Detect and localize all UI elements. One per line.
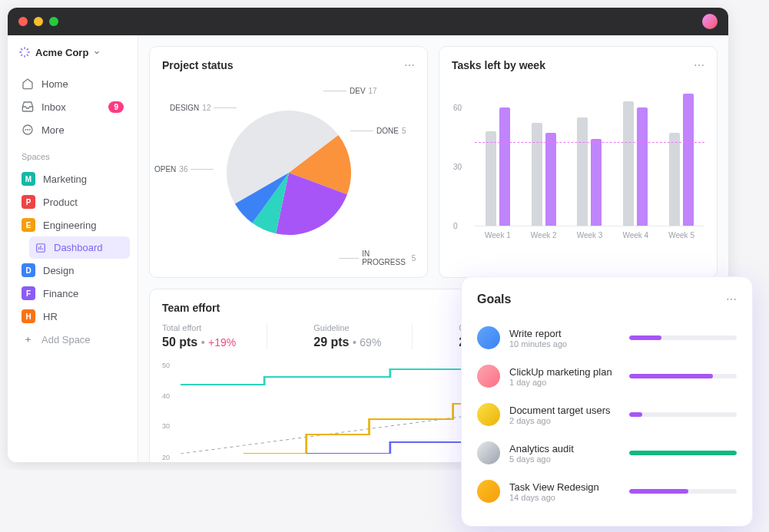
card-title: Tasks left by week <box>452 59 545 71</box>
home-icon <box>22 78 34 90</box>
pie-chart: OPEN 36DESIGN 12DEV 17DONE 5IN PROGRESS … <box>162 81 415 265</box>
stat-value: 29 pts <box>313 335 349 349</box>
minimize-icon[interactable] <box>34 17 43 26</box>
pie-label: IN PROGRESS 5 <box>339 249 416 266</box>
goal-item[interactable]: ClickUp marketing plan1 day ago <box>477 357 737 395</box>
goal-time: 10 minutes ago <box>509 339 620 349</box>
goal-name: Document target users <box>509 405 620 416</box>
goal-time: 5 days ago <box>509 454 620 464</box>
sidebar-space-marketing[interactable]: MMarketing <box>15 167 130 190</box>
space-icon: M <box>22 172 35 186</box>
inbox-icon <box>22 101 34 113</box>
goal-avatar <box>477 326 500 349</box>
card-menu-icon[interactable]: ⋯ <box>694 59 704 71</box>
sidebar-space-engineering[interactable]: EEngineering <box>15 213 130 236</box>
svg-point-3 <box>29 130 30 131</box>
nav-label: Home <box>41 78 68 90</box>
user-avatar[interactable] <box>702 14 718 29</box>
project-status-card: Project status ⋯ OPEN 36DESIGN 12DEV 17D… <box>149 46 428 278</box>
card-menu-icon[interactable]: ⋯ <box>404 59 415 71</box>
card-title: Project status <box>162 59 234 71</box>
x-label: Week 2 <box>531 231 557 240</box>
bar <box>637 107 648 226</box>
stat-total: Total effort 50 pts • +19% <box>162 323 267 349</box>
bar-group <box>577 117 602 226</box>
card-title: Team effort <box>162 302 220 314</box>
space-label: Design <box>43 265 74 276</box>
sidebar-dashboard[interactable]: Dashboard <box>29 236 130 259</box>
sidebar-space-finance[interactable]: FFinance <box>15 282 130 305</box>
chevron-down-icon <box>93 48 101 56</box>
goal-time: 2 days ago <box>509 416 620 425</box>
stat-value: 50 pts <box>162 335 197 349</box>
nav-inbox[interactable]: Inbox 9 <box>15 95 130 118</box>
goal-item[interactable]: Write report10 minutes ago <box>477 319 737 357</box>
window-controls <box>18 17 58 26</box>
goals-title: Goals <box>477 292 511 306</box>
org-name: Acme Corp <box>35 47 88 58</box>
plus-icon: ＋ <box>22 333 34 345</box>
space-icon: E <box>22 218 35 232</box>
maximize-icon[interactable] <box>49 17 58 26</box>
nav-home[interactable]: Home <box>15 72 130 95</box>
bar-group <box>669 94 694 226</box>
space-label: Finance <box>43 288 78 299</box>
y-tick: 30 <box>162 422 170 430</box>
bar-chart: 03060 Week 1Week 2Week 3Week 4Week 5 <box>452 81 704 265</box>
y-tick: 40 <box>162 392 170 400</box>
bar <box>486 131 496 226</box>
y-tick: 0 <box>453 222 458 230</box>
add-space-label: Add Space <box>41 334 91 345</box>
add-space-button[interactable]: ＋ Add Space <box>15 328 130 351</box>
space-label: Marketing <box>43 173 87 185</box>
goal-avatar <box>477 441 500 464</box>
bar <box>532 123 542 226</box>
space-icon: D <box>22 263 35 277</box>
sidebar-space-hr[interactable]: HHR <box>15 305 130 328</box>
y-tick: 60 <box>453 104 462 112</box>
sidebar-space-design[interactable]: DDesign <box>15 259 130 282</box>
org-selector[interactable]: Acme Corp <box>15 46 130 58</box>
bar <box>669 133 680 226</box>
y-tick: 50 <box>162 362 170 369</box>
spaces-section-label: Spaces <box>15 141 130 167</box>
nav-label: Inbox <box>41 101 66 113</box>
space-label: HR <box>43 311 58 322</box>
inbox-badge: 9 <box>108 101 124 113</box>
x-label: Week 5 <box>668 231 694 240</box>
x-label: Week 4 <box>622 231 648 240</box>
close-icon[interactable] <box>18 17 28 26</box>
space-icon: P <box>22 195 35 209</box>
dashboard-label: Dashboard <box>54 242 103 253</box>
svg-point-2 <box>28 130 28 131</box>
goal-item[interactable]: Analytics audit5 days ago <box>477 434 737 470</box>
pie-label: OPEN 36 <box>154 165 214 173</box>
stat-pct: 69% <box>360 336 381 349</box>
goals-panel: Goals ⋯ Write report10 minutes agoClickU… <box>461 276 753 470</box>
org-logo-icon <box>18 46 31 58</box>
pie-label: DESIGN 12 <box>170 104 237 112</box>
bar <box>683 94 694 226</box>
bar-group <box>486 107 510 226</box>
sidebar-space-product[interactable]: PProduct <box>15 190 130 213</box>
stat-label: Total effort <box>162 323 236 332</box>
x-label: Week 3 <box>577 231 603 240</box>
goal-name: Analytics audit <box>509 443 620 454</box>
goal-name: Write report <box>509 328 620 339</box>
reference-line <box>475 142 704 143</box>
goal-item[interactable]: Document target users2 days ago <box>477 395 737 434</box>
goal-name: ClickUp marketing plan <box>509 366 620 378</box>
more-icon <box>22 124 34 136</box>
goals-menu-icon[interactable]: ⋯ <box>726 293 737 306</box>
titlebar <box>8 8 728 35</box>
stat-guideline: Guideline 29 pts • 69% <box>313 323 413 349</box>
stat-label: Guideline <box>313 323 381 332</box>
bar-group <box>532 123 556 226</box>
tasks-by-week-card: Tasks left by week ⋯ 03060 Week 1Week 2W… <box>439 46 718 278</box>
nav-more[interactable]: More <box>15 118 130 141</box>
svg-point-1 <box>25 130 26 131</box>
stat-pct: +19% <box>208 336 236 349</box>
goal-avatar <box>477 403 500 426</box>
goal-progress <box>629 335 737 340</box>
space-icon: F <box>22 286 35 300</box>
